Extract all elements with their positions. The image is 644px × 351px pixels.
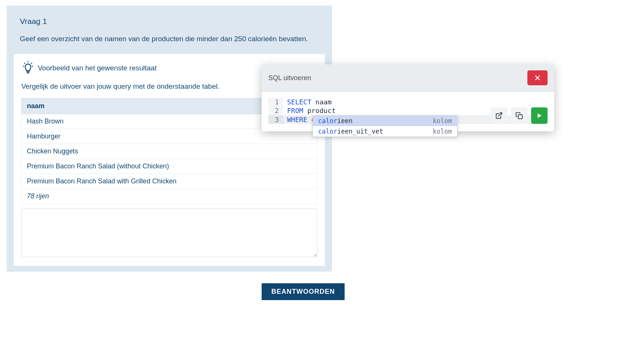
table-row: Premium Bacon Ranch Salad with Grilled C… (22, 174, 317, 189)
autocomplete-dropdown: calorieen kolom calorieen_uit_vet kolom (312, 115, 457, 137)
close-button[interactable] (527, 70, 548, 85)
copy-button[interactable] (511, 107, 527, 124)
table-row-meta: 78 rijen (22, 189, 317, 204)
svg-line-1 (24, 63, 25, 64)
autocomplete-option[interactable]: calorieen_uit_vet kolom (313, 126, 457, 137)
copy-icon (515, 112, 523, 119)
line-number: 2 (268, 106, 283, 115)
play-icon (536, 112, 543, 119)
question-title: Vraag 1 (20, 17, 326, 26)
question-panel: Vraag 1 Geef een overzicht van de namen … (7, 6, 332, 272)
open-external-button[interactable] (491, 107, 507, 124)
table-row: Chicken Nuggets (22, 144, 317, 159)
answer-button[interactable]: BEANTWOORDEN (262, 283, 345, 300)
svg-line-2 (31, 63, 32, 64)
table-row: Premium Bacon Ranch Salad (without Chick… (22, 159, 317, 174)
answer-textarea[interactable] (21, 208, 317, 257)
run-button[interactable] (531, 107, 548, 124)
sql-panel-title: SQL uitvoeren (268, 74, 311, 82)
line-number: 3 (268, 115, 283, 124)
autocomplete-option[interactable]: calorieen kolom (313, 116, 457, 126)
close-icon (534, 74, 541, 81)
sql-body: 1 SELECT naam 2 FROM product 3 WHERE cal… (262, 92, 554, 131)
action-buttons (491, 107, 548, 124)
external-link-icon (495, 112, 503, 119)
svg-rect-10 (518, 115, 523, 119)
lightbulb-icon (21, 61, 35, 76)
question-text: Geef een overzicht van de namen van de p… (20, 33, 319, 45)
line-number: 1 (268, 98, 283, 106)
svg-marker-11 (538, 113, 542, 118)
sql-panel-header: SQL uitvoeren (262, 64, 554, 92)
svg-line-9 (498, 113, 502, 116)
sql-panel: SQL uitvoeren 1 SELECT naam 2 FROM produ… (262, 64, 554, 131)
example-label: Voorbeeld van het gewenste resultaat (38, 64, 157, 72)
